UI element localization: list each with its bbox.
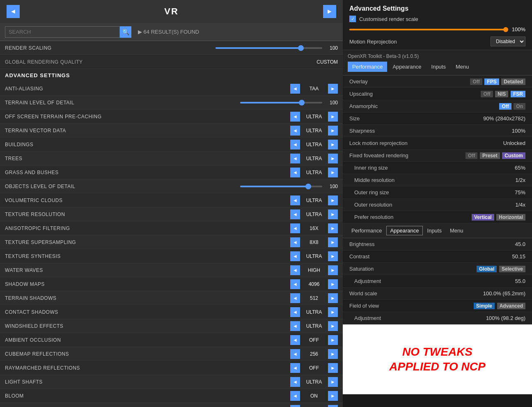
overlay-fps-badge[interactable]: FPS xyxy=(484,78,499,85)
next-ctrl-button[interactable]: ► xyxy=(328,391,338,401)
prev-ctrl-button[interactable]: ◄ xyxy=(290,377,300,387)
tab2-menu[interactable]: Menu xyxy=(446,226,467,235)
prev-ctrl-button[interactable]: ◄ xyxy=(290,223,300,233)
prev-ctrl-button[interactable]: ◄ xyxy=(290,237,300,247)
saturation-value: Global Selective xyxy=(476,266,525,272)
openxr-content-appearance: Brightness 45.0 Contrast 50.15 Saturatio… xyxy=(343,238,532,324)
table-row: AMBIENT OCCLUSION ◄ OFF ► xyxy=(0,333,343,347)
prefer-vertical-badge[interactable]: Vertical xyxy=(472,214,494,221)
next-ctrl-button[interactable]: ► xyxy=(328,293,338,303)
next-ctrl-button[interactable]: ► xyxy=(328,209,338,219)
ctrl-value: ULTRA xyxy=(302,323,326,329)
prev-ctrl-button[interactable]: ◄ xyxy=(290,251,300,261)
setting-control: ◄ ULTRA ► xyxy=(290,195,338,205)
upscaling-fsr-badge[interactable]: FSR xyxy=(511,91,525,97)
fov-advanced-badge[interactable]: Advanced xyxy=(497,303,525,309)
fov-value: Simple Advanced xyxy=(473,303,525,309)
next-ctrl-button[interactable]: ► xyxy=(328,195,338,205)
saturation-selective-badge[interactable]: Selective xyxy=(499,266,525,272)
upscaling-value: Off NIS FSR xyxy=(480,91,525,97)
next-ctrl-button[interactable]: ► xyxy=(328,335,338,345)
search-button[interactable]: 🔍 xyxy=(120,26,131,38)
tab2-inputs[interactable]: Inputs xyxy=(424,226,445,235)
prev-ctrl-button[interactable]: ◄ xyxy=(290,349,300,359)
overlay-off-badge[interactable]: Off xyxy=(470,78,482,85)
next-ctrl-button[interactable]: ► xyxy=(328,377,338,387)
tab-performance[interactable]: Performance xyxy=(348,62,387,72)
prev-ctrl-button[interactable]: ◄ xyxy=(290,112,300,122)
ctrl-value: OFF xyxy=(302,365,326,371)
next-ctrl-button[interactable]: ► xyxy=(328,140,338,149)
prev-button[interactable]: ◄ xyxy=(7,5,20,18)
overlay-detailed-badge[interactable]: Detailed xyxy=(501,78,525,85)
foveated-preset-badge[interactable]: Preset xyxy=(480,152,500,159)
render-scaling-track[interactable] xyxy=(216,47,322,49)
fov-adj-value: 100% (98.2 deg) xyxy=(486,315,525,321)
prev-ctrl-button[interactable]: ◄ xyxy=(290,154,300,163)
prev-ctrl-button[interactable]: ◄ xyxy=(290,126,300,136)
next-ctrl-button[interactable]: ► xyxy=(328,405,338,407)
prev-ctrl-button[interactable]: ◄ xyxy=(290,209,300,219)
prev-ctrl-button[interactable]: ◄ xyxy=(290,168,300,177)
next-ctrl-button[interactable]: ► xyxy=(328,126,338,136)
next-button[interactable]: ► xyxy=(323,5,336,18)
prev-ctrl-button[interactable]: ◄ xyxy=(290,321,300,331)
customised-checkbox[interactable]: ✓ xyxy=(349,16,356,22)
prev-ctrl-button[interactable]: ◄ xyxy=(290,293,300,303)
prev-ctrl-button[interactable]: ◄ xyxy=(290,363,300,373)
prev-ctrl-button[interactable]: ◄ xyxy=(290,140,300,149)
ctrl-value: ULTRA xyxy=(302,212,326,217)
next-ctrl-button[interactable]: ► xyxy=(328,363,338,373)
next-ctrl-button[interactable]: ► xyxy=(328,251,338,261)
anamorphic-off-badge[interactable]: Off xyxy=(499,103,511,110)
prev-ctrl-button[interactable]: ◄ xyxy=(290,84,300,94)
next-ctrl-button[interactable]: ► xyxy=(328,307,338,317)
ctrl-value: ULTRA xyxy=(302,128,326,133)
render-scaling-value: 100 xyxy=(326,45,338,51)
next-ctrl-button[interactable]: ► xyxy=(328,279,338,289)
upscaling-nis-badge[interactable]: NIS xyxy=(495,91,508,97)
tab-menu[interactable]: Menu xyxy=(451,62,474,72)
next-ctrl-button[interactable]: ► xyxy=(328,321,338,331)
tab-appearance[interactable]: Appearance xyxy=(388,62,426,72)
fov-simple-badge[interactable]: Simple xyxy=(474,303,495,309)
tab2-appearance[interactable]: Appearance xyxy=(386,226,422,235)
next-ctrl-button[interactable]: ► xyxy=(328,154,338,163)
upscaling-off-badge[interactable]: Off xyxy=(481,91,493,97)
next-ctrl-button[interactable]: ► xyxy=(328,349,338,359)
saturation-global-badge[interactable]: Global xyxy=(477,266,497,272)
table-row: GLASS COCKPIT REFRESH RATE ◄ HIGH ► xyxy=(0,403,343,407)
next-ctrl-button[interactable]: ► xyxy=(328,237,338,247)
anamorphic-on-badge[interactable]: On xyxy=(514,103,525,110)
slider-track[interactable] xyxy=(240,102,322,103)
appearance-tabs-row: Performance Appearance Inputs Menu xyxy=(343,223,532,238)
prev-ctrl-button[interactable]: ◄ xyxy=(290,195,300,205)
advanced-settings-title: Advanced Settings xyxy=(349,5,525,12)
prev-ctrl-button[interactable]: ◄ xyxy=(290,335,300,345)
search-input[interactable] xyxy=(5,26,120,38)
prev-ctrl-button[interactable]: ◄ xyxy=(290,391,300,401)
tab-inputs[interactable]: Inputs xyxy=(427,62,450,72)
next-ctrl-button[interactable]: ► xyxy=(328,223,338,233)
motion-reprojection-select[interactable]: Disabled Enabled xyxy=(491,37,525,46)
prev-ctrl-button[interactable]: ◄ xyxy=(290,279,300,289)
next-ctrl-button[interactable]: ► xyxy=(328,168,338,177)
next-ctrl-button[interactable]: ► xyxy=(328,112,338,122)
slider-thumb xyxy=(299,100,305,106)
next-ctrl-button[interactable]: ► xyxy=(328,265,338,275)
foveated-custom-badge[interactable]: Custom xyxy=(502,152,525,159)
next-ctrl-button[interactable]: ► xyxy=(328,84,338,94)
prefer-horizontal-badge[interactable]: Horizontal xyxy=(496,214,525,221)
openxr-panel: OpenXR Toolkit - Beta-3 (v1.0.5) Perform… xyxy=(343,50,532,407)
prev-ctrl-button[interactable]: ◄ xyxy=(290,405,300,407)
size-row: Size 90% (2840x2782) xyxy=(343,113,532,125)
prev-ctrl-button[interactable]: ◄ xyxy=(290,307,300,317)
slider-track[interactable] xyxy=(240,186,322,187)
ctrl-value: 16X xyxy=(302,225,326,231)
tab2-performance[interactable]: Performance xyxy=(348,226,385,235)
table-row: VOLUMETRIC CLOUDS ◄ ULTRA ► xyxy=(0,193,343,207)
prev-ctrl-button[interactable]: ◄ xyxy=(290,265,300,275)
render-scale-track[interactable] xyxy=(349,29,506,30)
foveated-off-badge[interactable]: Off xyxy=(466,152,477,159)
world-scale-row: World scale 100.0% (65.2mm) xyxy=(343,287,532,300)
